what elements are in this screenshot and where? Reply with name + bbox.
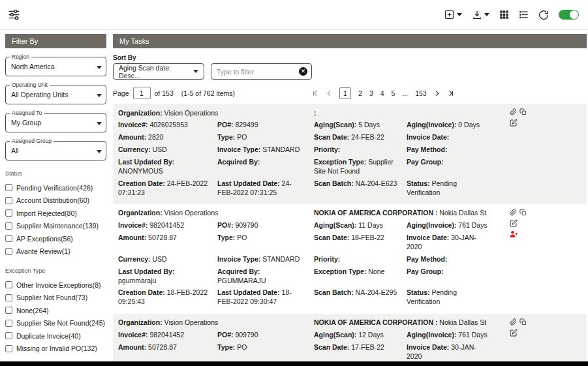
checkbox[interactable] [5,209,12,217]
checkbox[interactable] [5,281,12,288]
field-last-updated-date: Last Updated Date: 18-FEB-2022 09:30:47 [217,288,314,307]
edit-icon[interactable] [510,329,518,337]
task-card[interactable]: Organization: Vision Operations: Invoice… [113,104,587,204]
select-label: Operating Unit [10,82,50,88]
field-label: Aging(Invoice): [407,331,458,339]
field-status: Status: Pending Verification [407,288,498,307]
list-view-icon[interactable] [519,10,529,20]
field-scan-date: Scan Date: 18-FEB-22 [314,234,407,252]
pager: 12345...153 [312,87,454,99]
filter-checkbox-item[interactable]: Pending Verification(426) [5,181,106,194]
organization-label: Organization: [118,209,164,217]
attachment-icon[interactable] [510,209,517,216]
refresh-icon[interactable] [538,10,549,20]
filter-checkbox-item[interactable]: Import Rejected(80) [5,207,106,220]
filter-checkbox-item[interactable]: Account Distribution(60) [5,194,106,207]
page-number-input[interactable] [133,87,151,99]
filter-input[interactable] [217,68,299,76]
filter-checkbox-item[interactable]: Supplier Site Not Found(245) [5,317,106,330]
select-assigned-to[interactable]: Assigned ToMy Group [5,113,106,132]
add-new-icon[interactable] [444,9,462,20]
field-label: Pay Method: [407,145,447,153]
field-pay-method: Pay Method: [407,255,498,264]
filter-section-title: Status [5,170,106,177]
field-label: Last Updated Date: [217,288,282,296]
page-number[interactable]: ... [402,89,408,97]
filter-checkbox-item[interactable]: Other Invoice Exceptions(8) [5,279,106,292]
last-page-icon[interactable] [448,90,454,97]
filter-checkbox-item[interactable]: Missing or Invalid PO(132) [5,343,106,356]
page-number[interactable]: 3 [369,89,373,97]
checkbox[interactable] [5,184,12,191]
field-label: Invoice Date: [407,234,451,241]
select-region[interactable]: RegionNorth America [5,57,106,76]
filter-checkbox-item[interactable]: None(264) [5,304,106,317]
filter-checkbox-item[interactable]: Supplier Not Found(73) [5,292,106,305]
copy-icon[interactable] [519,318,527,326]
checkbox-label: None(264) [16,307,49,314]
filter-sliders-icon[interactable] [8,8,20,21]
checkbox[interactable] [5,294,12,301]
field-amount: Amount: 2820 [118,133,217,142]
attachment-icon[interactable] [510,108,517,115]
field-label: Aging(Scan): [314,121,358,129]
field-label: Invoice Date: [407,343,451,351]
checkbox[interactable] [5,222,12,230]
acquired-user-icon[interactable] [510,230,518,238]
checkbox[interactable] [5,320,12,327]
field-value: 829499 [235,121,258,129]
filter-checkbox-item[interactable]: AP Exceptions(56) [5,232,106,245]
select-assigned-group[interactable]: Assigned GroupAll [5,141,106,160]
next-page-icon[interactable] [434,90,441,97]
filter-checkbox-item[interactable]: Duplicate Invoice(40) [5,329,106,343]
field-label: Invoice Type: [217,145,262,153]
field-label: Currency: [118,145,153,153]
checkbox[interactable] [5,307,12,314]
field-invoice-date: Invoice Date: [407,133,498,142]
select-label: Assigned To [10,110,44,116]
field-po: PO#: 909790 [217,221,314,230]
edit-icon[interactable] [510,119,518,127]
checkbox[interactable] [5,332,12,339]
checkbox[interactable] [5,345,12,352]
supplier-name: NOKIA OF AMERICA CORPORATION : [314,209,439,217]
task-card[interactable]: Organization: Vision OperationsNOKIA OF … [113,314,587,366]
clear-filter-icon[interactable]: ✕ [299,67,307,76]
first-page-icon[interactable] [312,90,318,97]
field-value: 982041452 [149,331,184,339]
checkbox[interactable] [5,197,12,204]
page-number[interactable]: 4 [380,89,384,97]
copy-icon[interactable] [519,209,527,216]
sort-select[interactable]: Aging Scan date: Desc... [113,63,204,80]
page-number[interactable]: 1 [339,87,351,99]
field-label: Scan Date: [314,343,351,351]
page-number[interactable]: 2 [358,89,362,97]
checkbox[interactable] [5,235,12,242]
page-number[interactable]: 5 [392,89,395,97]
checkbox-label: Supplier Not Found(73) [16,294,87,301]
field-label: Exception Type: [314,158,368,166]
field-label: Last Updated By: [118,267,174,275]
page-content: Filter By RegionNorth AmericaOperating U… [0,30,588,366]
attachment-icon[interactable] [510,318,517,326]
field-acquired-by: Acquired By: PGUMMARAJU [217,267,314,286]
filter-checkbox-item[interactable]: Supplier Maintenance(139) [5,220,106,233]
supplier-field: : [314,109,498,118]
field-po: PO#: 909790 [217,331,314,340]
grid-view-icon[interactable] [499,10,509,20]
select-operating-unit[interactable]: Operating UnitAll Operating Units [5,85,106,104]
task-card[interactable]: Organization: Vision OperationsNOKIA OF … [113,204,587,314]
checkbox[interactable] [5,248,12,255]
filter-checkbox-item[interactable]: Avante Review(1) [5,245,106,258]
toggle-switch[interactable] [559,10,579,20]
card-action-icons [510,318,527,337]
field-label: Creation Date: [118,179,167,187]
edit-icon[interactable] [510,219,518,227]
download-icon[interactable] [472,10,489,20]
supplier-site: Nokia Dallas St [439,318,486,326]
copy-icon[interactable] [519,108,527,115]
prev-page-icon[interactable] [326,90,332,97]
chevron-down-icon [97,122,102,125]
field-pay-group: Pay Group: [407,267,498,286]
page-number[interactable]: 153 [415,89,427,97]
